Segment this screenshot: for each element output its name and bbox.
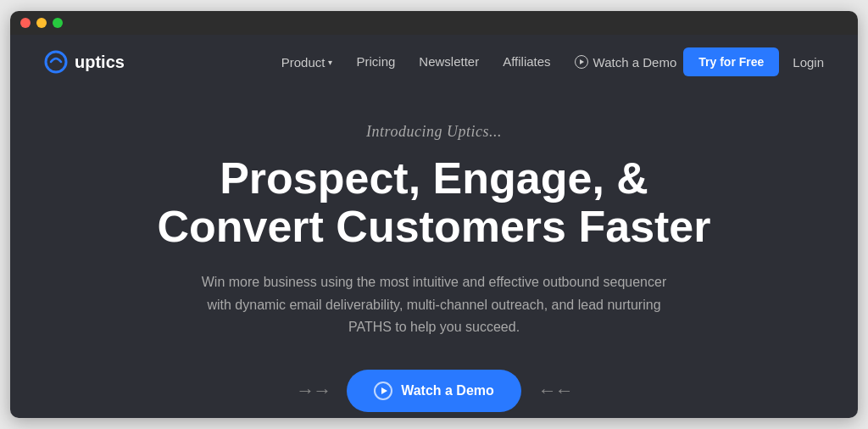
maximize-button[interactable] [53,18,63,28]
titlebar [10,11,858,35]
nav-item-product[interactable]: Product ▾ [281,55,333,70]
browser-window: uptics Product ▾ Pricing Newsletter Affi… [10,11,858,418]
cta-row: →→ Watch a Demo ←← [296,370,572,412]
play-triangle-icon [580,59,584,64]
affiliates-link[interactable]: Affiliates [503,54,550,69]
product-link[interactable]: Product ▾ [281,55,333,70]
play-circle-btn-icon [374,382,392,400]
logo-icon [44,50,68,74]
try-free-button[interactable]: Try for Free [683,47,779,76]
nav-links: Product ▾ Pricing Newsletter Affiliates … [281,54,677,70]
play-circle-icon [575,55,588,69]
newsletter-link[interactable]: Newsletter [419,54,479,69]
minimize-button[interactable] [36,18,47,28]
pricing-link[interactable]: Pricing [356,54,395,69]
hero-section: Introducing Uptics... Prospect, Engage, … [10,89,858,418]
introducing-text: Introducing Uptics... [366,123,502,141]
nav-item-newsletter[interactable]: Newsletter [419,54,479,70]
arrow-left-icon: →→ [296,380,330,402]
chevron-down-icon: ▾ [328,58,332,67]
close-button[interactable] [20,18,31,28]
logo-link[interactable]: uptics [44,50,125,74]
login-link[interactable]: Login [793,55,824,70]
watch-demo-nav-link[interactable]: Watch a Demo [575,55,677,70]
nav-item-watch-demo[interactable]: Watch a Demo [575,55,677,70]
logo-text: uptics [75,53,125,72]
watch-demo-button[interactable]: Watch a Demo [347,370,521,412]
arrow-right-icon: ←← [538,380,572,402]
play-triangle-btn-icon [381,387,387,394]
nav-item-affiliates[interactable]: Affiliates [503,54,550,70]
nav-item-pricing[interactable]: Pricing [356,54,395,70]
hero-title: Prospect, Engage, & Convert Customers Fa… [137,154,731,251]
svg-point-0 [46,52,66,72]
hero-subtitle: Win more business using the most intuiti… [197,271,671,338]
navbar: uptics Product ▾ Pricing Newsletter Affi… [10,35,858,89]
